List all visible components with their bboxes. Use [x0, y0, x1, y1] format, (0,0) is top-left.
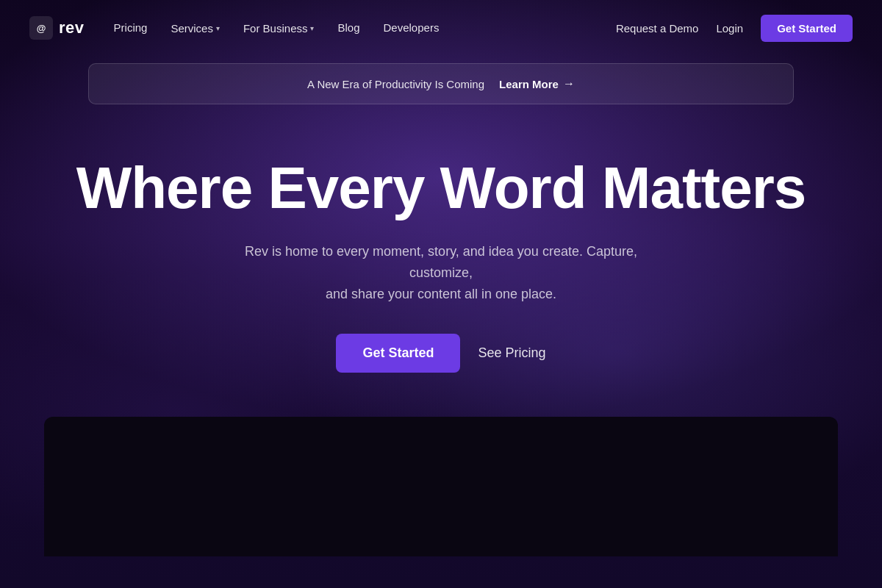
hero-buttons: Get Started See Pricing [0, 334, 882, 373]
nav-item-developers: Developers [384, 21, 440, 35]
hero-title: Where Every Word Matters [0, 156, 882, 220]
banner-text: A New Era of Productivity Is Coming [307, 78, 484, 90]
nav-item-services: Services ▾ [171, 22, 220, 35]
nav-links: Pricing Services ▾ For Business ▾ Blog D… [114, 21, 440, 35]
nav-item-for-business: For Business ▾ [243, 22, 315, 35]
rev-logo-icon: @ [29, 16, 53, 40]
navbar: @ rev Pricing Services ▾ For Business ▾ [0, 0, 882, 56]
nav-link-services[interactable]: Services ▾ [171, 22, 220, 35]
for-business-dropdown-arrow: ▾ [310, 24, 314, 32]
request-demo-button[interactable]: Request a Demo [616, 22, 699, 35]
banner-arrow-icon: → [563, 77, 575, 90]
banner-learn-more-link[interactable]: Learn More → [499, 77, 575, 90]
navbar-right: Request a Demo Login Get Started [616, 15, 853, 42]
video-container [44, 417, 838, 556]
see-pricing-button[interactable]: See Pricing [478, 345, 545, 361]
logo-link[interactable]: @ rev [29, 16, 85, 40]
get-started-hero-button[interactable]: Get Started [336, 334, 460, 373]
hero-section: Where Every Word Matters Rev is home to … [0, 104, 882, 373]
hero-subtitle: Rev is home to every moment, story, and … [220, 241, 662, 304]
nav-link-blog[interactable]: Blog [337, 21, 359, 34]
nav-link-pricing[interactable]: Pricing [114, 21, 148, 34]
nav-link-developers[interactable]: Developers [384, 21, 440, 34]
navbar-left: @ rev Pricing Services ▾ For Business ▾ [29, 16, 439, 40]
services-dropdown-arrow: ▾ [216, 24, 220, 32]
get-started-nav-button[interactable]: Get Started [761, 15, 853, 42]
announcement-banner: A New Era of Productivity Is Coming Lear… [88, 63, 794, 104]
logo-text: rev [59, 18, 85, 37]
nav-item-pricing: Pricing [114, 21, 148, 35]
nav-link-for-business[interactable]: For Business ▾ [243, 22, 315, 35]
login-button[interactable]: Login [716, 22, 743, 35]
svg-text:@: @ [37, 23, 46, 34]
nav-item-blog: Blog [337, 21, 359, 35]
